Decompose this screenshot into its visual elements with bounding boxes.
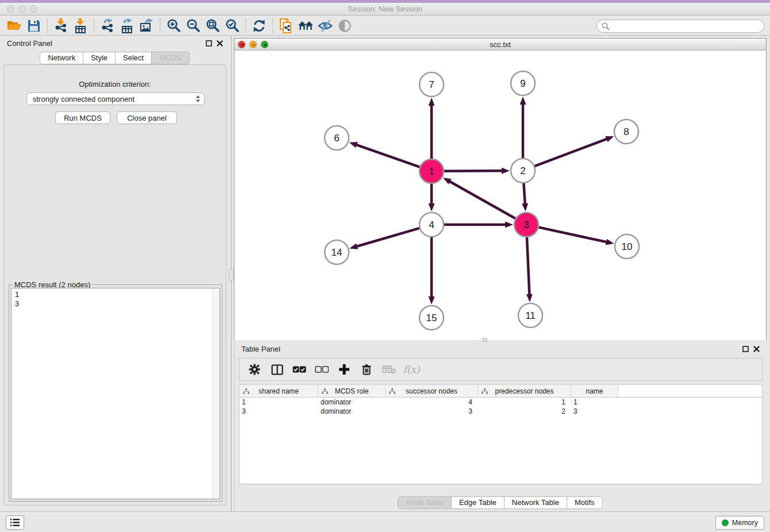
tab-motifs[interactable]: Motifs bbox=[567, 496, 603, 509]
search-input[interactable] bbox=[612, 22, 764, 30]
tab-network-table[interactable]: Network Table bbox=[504, 496, 567, 509]
mcds-tab-content: Optimization criterion: strongly connect… bbox=[3, 64, 226, 506]
delete-column-trash-icon[interactable] bbox=[360, 363, 374, 376]
export-image-icon[interactable] bbox=[137, 17, 156, 34]
edge-2-3[interactable] bbox=[523, 183, 525, 205]
memory-status-dot bbox=[722, 519, 729, 526]
column-header-successor-nodes[interactable]: successor nodes bbox=[386, 385, 478, 397]
column-header-MCDS-role[interactable]: MCDS role bbox=[318, 385, 386, 397]
vertical-splitter-handle[interactable] bbox=[229, 269, 234, 280]
cell-successor-nodes[interactable]: 3 bbox=[386, 407, 478, 415]
table-row[interactable]: 3dominator323 bbox=[240, 407, 762, 416]
table-settings-gear-icon[interactable] bbox=[248, 363, 261, 376]
edge-3-1[interactable] bbox=[449, 181, 515, 218]
column-header-predecessor-nodes[interactable]: predecessor nodes bbox=[478, 385, 571, 397]
tab-network[interactable]: Network bbox=[40, 52, 83, 64]
hide-selected-icon[interactable] bbox=[315, 17, 335, 34]
column-header-name[interactable]: name bbox=[571, 385, 618, 397]
node-label-3: 3 bbox=[523, 219, 529, 230]
control-panel: Control Panel NetworkStyleSelectMCDS Opt… bbox=[0, 36, 230, 511]
result-scrollbar[interactable] bbox=[213, 288, 220, 499]
status-bar: Memory bbox=[0, 511, 770, 532]
result-line: 1 bbox=[15, 290, 220, 299]
deselect-all-columns-icon[interactable] bbox=[315, 363, 329, 376]
run-mcds-button[interactable]: Run MCDS bbox=[55, 111, 110, 124]
table-toolbar: f(x) bbox=[239, 358, 763, 381]
zoom-in-icon[interactable] bbox=[164, 17, 183, 34]
cell-successor-nodes[interactable]: 4 bbox=[386, 398, 478, 406]
edge-4-14[interactable] bbox=[356, 228, 419, 246]
list-icon bbox=[10, 519, 20, 526]
select-all-columns-icon[interactable] bbox=[292, 363, 306, 376]
zoom-out-icon[interactable] bbox=[183, 17, 203, 34]
mcds-result-list[interactable]: 13 bbox=[11, 288, 220, 499]
cell-shared-name[interactable]: 3 bbox=[240, 407, 318, 415]
toolbar-separator bbox=[272, 18, 273, 33]
table-row[interactable]: 1dominator411 bbox=[240, 398, 762, 407]
node-label-1: 1 bbox=[429, 166, 434, 177]
new-network-from-selection-icon[interactable] bbox=[276, 17, 296, 34]
close-table-panel-icon[interactable] bbox=[753, 346, 760, 352]
mcds-result-group: MCDS result (2 nodes) 13 bbox=[9, 284, 222, 502]
network-view-window: scc.txt 7968124314101511 bbox=[234, 38, 767, 340]
cell-predecessor-nodes[interactable]: 1 bbox=[478, 398, 571, 406]
tab-select[interactable]: Select bbox=[115, 52, 152, 64]
edge-1-6[interactable] bbox=[356, 145, 419, 167]
edge-2-8[interactable] bbox=[535, 138, 608, 166]
export-network-icon[interactable] bbox=[98, 17, 117, 34]
memory-label: Memory bbox=[732, 519, 758, 527]
function-builder-icon-disabled: f(x) bbox=[405, 363, 418, 376]
import-table-icon[interactable] bbox=[71, 17, 90, 34]
criterion-dropdown[interactable]: strongly connected component bbox=[26, 92, 205, 105]
tab-node-table[interactable]: Node Table bbox=[398, 496, 452, 509]
close-panel-button[interactable]: Close panel bbox=[117, 111, 177, 124]
search-icon bbox=[602, 22, 610, 30]
criterion-value: strongly connected component bbox=[33, 95, 134, 103]
main-titlebar: Session: New Session bbox=[0, 0, 770, 16]
show-column-panel-icon[interactable] bbox=[270, 363, 284, 376]
show-all-icon bbox=[335, 17, 355, 34]
search-field[interactable] bbox=[596, 20, 764, 33]
cell-MCDS-role[interactable]: dominator bbox=[318, 407, 386, 415]
open-file-icon[interactable] bbox=[5, 17, 24, 34]
node-label-2: 2 bbox=[520, 165, 525, 176]
tab-edge-table[interactable]: Edge Table bbox=[451, 496, 505, 509]
cell-predecessor-nodes[interactable]: 2 bbox=[478, 407, 571, 415]
float-panel-icon[interactable] bbox=[206, 40, 212, 47]
node-label-10: 10 bbox=[622, 241, 633, 252]
node-table[interactable]: shared nameMCDS rolesuccessor nodesprede… bbox=[239, 384, 763, 484]
node-label-7: 7 bbox=[429, 79, 434, 90]
horizontal-splitter-handle[interactable] bbox=[482, 338, 487, 342]
memory-button[interactable]: Memory bbox=[715, 516, 764, 530]
zoom-selected-icon[interactable] bbox=[222, 17, 242, 34]
create-column-plus-icon[interactable] bbox=[337, 363, 351, 376]
cell-MCDS-role[interactable]: dominator bbox=[318, 398, 386, 406]
zoom-fit-icon[interactable] bbox=[203, 17, 222, 34]
float-table-panel-icon[interactable] bbox=[742, 346, 749, 352]
close-panel-icon[interactable] bbox=[217, 40, 223, 47]
refresh-icon[interactable] bbox=[249, 17, 269, 34]
cell-shared-name[interactable]: 1 bbox=[240, 398, 318, 406]
toolbar-separator bbox=[47, 18, 48, 33]
task-history-button[interactable] bbox=[6, 515, 24, 530]
edge-3-10[interactable] bbox=[538, 228, 607, 242]
column-header-shared-name[interactable]: shared name bbox=[240, 385, 318, 397]
cell-name[interactable]: 3 bbox=[571, 407, 618, 415]
toolbar-separator bbox=[160, 18, 160, 33]
cell-name[interactable]: 1 bbox=[571, 398, 618, 406]
network-window-titlebar[interactable]: scc.txt bbox=[234, 38, 766, 51]
graph-edges[interactable] bbox=[356, 103, 607, 298]
control-panel-title: Control Panel bbox=[7, 39, 52, 48]
save-icon[interactable] bbox=[24, 17, 44, 34]
network-canvas[interactable]: 7968124314101511 bbox=[234, 51, 766, 340]
tab-style[interactable]: Style bbox=[83, 52, 116, 64]
export-table-icon[interactable] bbox=[117, 17, 137, 34]
titlebar-accent-strip bbox=[0, 0, 770, 3]
table-header-row: shared nameMCDS rolesuccessor nodesprede… bbox=[240, 385, 762, 398]
import-network-icon[interactable] bbox=[51, 17, 71, 34]
first-neighbors-icon[interactable] bbox=[296, 17, 315, 34]
tab-mcds[interactable]: MCDS bbox=[151, 52, 189, 64]
edge-3-11[interactable] bbox=[527, 237, 529, 295]
table-panel: Table Panel f(x) shared nameMCDS role bbox=[234, 342, 767, 511]
edge-1-2[interactable] bbox=[444, 171, 503, 171]
